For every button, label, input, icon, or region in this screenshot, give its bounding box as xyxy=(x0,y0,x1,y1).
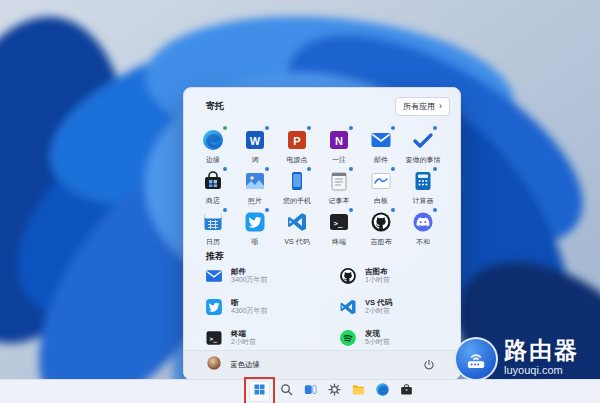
pinned-app-vscode[interactable]: VS 代码 xyxy=(276,208,318,249)
start-menu-user-bar: 蓝色边缘 xyxy=(184,350,460,379)
vscode-icon xyxy=(285,210,309,234)
update-badge xyxy=(391,126,395,130)
search-button[interactable] xyxy=(279,384,294,399)
file-explorer-button[interactable] xyxy=(351,384,366,399)
settings-button[interactable] xyxy=(327,384,342,399)
svg-text:>_: >_ xyxy=(209,335,217,343)
powerpoint-icon: P xyxy=(285,128,309,152)
edge-icon xyxy=(201,128,225,152)
briefcase-button[interactable] xyxy=(399,384,414,399)
word-icon: W xyxy=(243,128,267,152)
pinned-app-onenote[interactable]: N一注 xyxy=(318,126,360,167)
folder-icon xyxy=(351,382,366,401)
recommended-item-time: 2小时前 xyxy=(231,338,256,347)
watermark-site-url: luyouqi.com xyxy=(504,364,579,376)
recommended-item-github[interactable]: 吉图布1小时前 xyxy=(338,264,444,288)
update-badge xyxy=(223,167,227,171)
mail-icon xyxy=(204,266,224,286)
update-badge xyxy=(349,208,353,212)
pinned-app-calculator[interactable]: 计算器 xyxy=(402,167,444,208)
github-icon xyxy=(369,210,393,234)
recommended-item-label: 发现 xyxy=(365,329,390,338)
search-icon xyxy=(279,382,294,401)
github-icon xyxy=(338,266,358,286)
recommended-item-label: 邮件 xyxy=(231,267,268,276)
user-account-button[interactable]: 蓝色边缘 xyxy=(206,355,260,375)
pinned-app-discord[interactable]: 不和 xyxy=(402,208,444,249)
svg-text:>_: >_ xyxy=(334,219,344,228)
pinned-app-powerpoint[interactable]: P电源点 xyxy=(276,126,318,167)
recommended-item-label: 终端 xyxy=(231,329,256,338)
update-badge xyxy=(349,126,353,130)
photos-icon xyxy=(243,169,267,193)
recommended-item-spotify[interactable]: 发现5小时前 xyxy=(338,326,444,350)
twitter-icon xyxy=(243,210,267,234)
todo-icon xyxy=(411,128,435,152)
recommended-item-twitter[interactable]: 哳4300万年前 xyxy=(204,295,338,319)
update-badge xyxy=(223,126,227,130)
windows-icon xyxy=(252,382,267,401)
update-badge xyxy=(265,126,269,130)
update-badge xyxy=(433,167,437,171)
pinned-apps-grid: 边缘W词P电源点N一注邮件要做的事情商店照片您的手机记事本白板计算器日历哳VS … xyxy=(192,126,452,249)
pinned-app-label: 白板 xyxy=(374,196,388,206)
recommended-item-mail[interactable]: 邮件3400万年前 xyxy=(204,264,338,288)
router-icon xyxy=(454,337,498,381)
briefcase-icon xyxy=(399,382,414,401)
pinned-app-photos[interactable]: 照片 xyxy=(234,167,276,208)
task-view-button[interactable] xyxy=(303,384,318,399)
pinned-app-mail[interactable]: 邮件 xyxy=(360,126,402,167)
spotify-icon xyxy=(338,328,358,348)
pinned-app-phone[interactable]: 您的手机 xyxy=(276,167,318,208)
update-badge xyxy=(307,167,311,171)
pinned-app-todo[interactable]: 要做的事情 xyxy=(402,126,444,167)
twitter-icon xyxy=(204,297,224,317)
update-badge xyxy=(433,126,437,130)
pinned-app-label: 吉图布 xyxy=(371,237,392,247)
pinned-app-label: 不和 xyxy=(416,237,430,247)
recommended-item-time: 4300万年前 xyxy=(231,307,268,316)
pinned-app-edge[interactable]: 边缘 xyxy=(192,126,234,167)
pinned-app-twitter[interactable]: 哳 xyxy=(234,208,276,249)
all-apps-button[interactable]: 所有应用 › xyxy=(395,97,450,116)
pinned-app-label: 电源点 xyxy=(287,155,308,165)
update-badge xyxy=(433,208,437,212)
pinned-app-terminal[interactable]: >_终端 xyxy=(318,208,360,249)
pinned-app-whiteboard[interactable]: 白板 xyxy=(360,167,402,208)
update-badge xyxy=(391,208,395,212)
recommended-item-terminal[interactable]: >_终端2小时前 xyxy=(204,326,338,350)
power-button[interactable] xyxy=(420,356,438,374)
site-watermark: 路由器 luyouqi.com xyxy=(454,337,579,381)
recommended-item-vscode[interactable]: VS 代码2小时前 xyxy=(338,295,444,319)
edge-icon xyxy=(375,382,390,401)
notepad-icon xyxy=(327,169,351,193)
pinned-app-label: 边缘 xyxy=(206,155,220,165)
update-badge xyxy=(265,167,269,171)
pinned-section-title: 寄托 xyxy=(206,100,224,113)
update-badge xyxy=(223,208,227,212)
pinned-app-label: 要做的事情 xyxy=(406,155,441,165)
calculator-icon xyxy=(411,169,435,193)
desktop: 寄托 所有应用 › 边缘W词P电源点N一注邮件要做的事情商店照片您的手机记事本白… xyxy=(0,0,600,403)
all-apps-label: 所有应用 xyxy=(403,101,435,112)
pinned-app-notepad[interactable]: 记事本 xyxy=(318,167,360,208)
pinned-header-row: 寄托 所有应用 › xyxy=(206,97,450,115)
recommended-item-time: 5小时前 xyxy=(365,338,390,347)
edge-browser-button[interactable] xyxy=(375,384,390,399)
pinned-app-label: 哳 xyxy=(252,237,259,247)
whiteboard-icon xyxy=(369,169,393,193)
start-button[interactable] xyxy=(249,381,270,402)
recommended-grid: 邮件3400万年前吉图布1小时前哳4300万年前VS 代码2小时前>_终端2小时… xyxy=(204,264,444,350)
pinned-app-calendar[interactable]: 日历 xyxy=(192,208,234,249)
pinned-app-github[interactable]: 吉图布 xyxy=(360,208,402,249)
recommended-item-time: 1小时前 xyxy=(365,276,390,285)
phone-icon xyxy=(285,169,309,193)
update-badge xyxy=(307,126,311,130)
pinned-app-store[interactable]: 商店 xyxy=(192,167,234,208)
taskbar-icon-group xyxy=(249,380,414,403)
pinned-app-word[interactable]: W词 xyxy=(234,126,276,167)
pinned-app-label: 计算器 xyxy=(413,196,434,206)
start-menu: 寄托 所有应用 › 边缘W词P电源点N一注邮件要做的事情商店照片您的手机记事本白… xyxy=(183,87,461,380)
pinned-app-label: 终端 xyxy=(332,237,346,247)
onenote-icon: N xyxy=(327,128,351,152)
